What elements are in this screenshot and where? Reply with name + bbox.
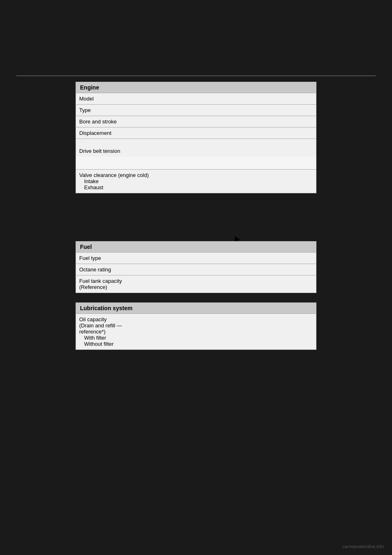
fuel-octane-rating-label: Octane rating — [76, 264, 316, 275]
table-row: Oil capacity (Drain and refill — referen… — [76, 314, 316, 349]
table-row: Displacement — [76, 128, 316, 139]
lubrication-section-header: Lubrication system — [76, 302, 316, 314]
lubrication-section: Lubrication system Oil capacity (Drain a… — [76, 302, 316, 350]
fuel-tank-capacity-label: Fuel tank capacity(Reference) — [76, 275, 316, 293]
fuel-type-label: Fuel type — [76, 253, 316, 264]
table-row: Octane rating — [76, 264, 316, 275]
table-row: Type — [76, 105, 316, 116]
engine-valve-clearance-label: Valve clearance (engine cold) Intake Exh… — [76, 170, 316, 193]
engine-model-label: Model — [76, 93, 316, 104]
table-row: Drive belt tension — [76, 139, 316, 170]
engine-section: Engine Model Type Bore and stroke Displa… — [76, 82, 316, 193]
engine-displacement-label: Displacement — [76, 128, 316, 139]
engine-bore-stroke-label: Bore and stroke — [76, 116, 316, 127]
engine-section-header: Engine — [76, 82, 316, 93]
table-row: Bore and stroke — [76, 116, 316, 128]
oil-capacity-label: Oil capacity (Drain and refill — referen… — [76, 314, 316, 349]
table-row: Fuel tank capacity(Reference) — [76, 275, 316, 293]
fuel-table: Fuel type Octane rating Fuel tank capaci… — [76, 253, 316, 293]
engine-table: Model Type Bore and stroke Displacement … — [76, 93, 316, 193]
top-divider — [16, 76, 376, 76]
table-row: Valve clearance (engine cold) Intake Exh… — [76, 170, 316, 193]
engine-drive-belt-label: Drive belt tension — [76, 139, 316, 157]
fuel-section-header: Fuel — [76, 241, 316, 253]
watermark: carmanualonline.info — [342, 544, 384, 549]
fuel-section: Fuel Fuel type Octane rating Fuel tank c… — [76, 241, 316, 293]
page: Engine Model Type Bore and stroke Displa… — [0, 0, 392, 555]
table-row: Fuel type — [76, 253, 316, 264]
lubrication-table: Oil capacity (Drain and refill — referen… — [76, 314, 316, 350]
table-row: Model — [76, 93, 316, 105]
engine-type-label: Type — [76, 105, 316, 116]
